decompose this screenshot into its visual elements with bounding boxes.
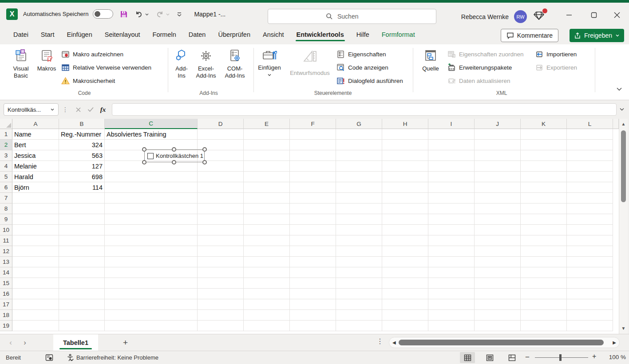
cell-K3[interactable] bbox=[521, 150, 567, 161]
cell-I11[interactable] bbox=[428, 235, 475, 246]
cell-D5[interactable] bbox=[198, 172, 244, 182]
premium-diamond-icon[interactable] bbox=[533, 10, 546, 23]
cell-A5[interactable]: Harald bbox=[12, 172, 59, 182]
cell-A9[interactable] bbox=[12, 214, 59, 225]
cell-J8[interactable] bbox=[475, 204, 521, 214]
cell-L6[interactable] bbox=[567, 182, 613, 193]
cell-I2[interactable] bbox=[428, 140, 475, 150]
addins-button[interactable]: Add- Ins bbox=[171, 47, 192, 79]
cell-C12[interactable] bbox=[105, 246, 198, 257]
resize-handle-top-left[interactable] bbox=[142, 147, 146, 152]
vertical-scroll-thumb[interactable] bbox=[621, 130, 626, 202]
undo-icon[interactable] bbox=[135, 10, 143, 19]
tab-ansicht[interactable]: Ansicht bbox=[257, 27, 290, 43]
cell-C7[interactable] bbox=[105, 193, 198, 204]
cell-I7[interactable] bbox=[428, 193, 475, 204]
scroll-right-icon[interactable]: ▶ bbox=[613, 340, 616, 345]
cell-I15[interactable] bbox=[428, 278, 475, 289]
tab-seitenlayout[interactable]: Seitenlayout bbox=[99, 27, 146, 43]
cell-I16[interactable] bbox=[428, 289, 475, 299]
cell-B11[interactable] bbox=[59, 235, 105, 246]
cell-B5[interactable]: 698 bbox=[59, 172, 105, 182]
cell-F10[interactable] bbox=[290, 225, 336, 235]
cell-K11[interactable] bbox=[521, 235, 567, 246]
cell-K9[interactable] bbox=[521, 214, 567, 225]
cell-A12[interactable] bbox=[12, 246, 59, 257]
cell-I9[interactable] bbox=[428, 214, 475, 225]
accessibility-status[interactable]: Barrierefreiheit: Keine Probleme bbox=[67, 354, 158, 361]
horizontal-scrollbar[interactable]: ◀ ▶ bbox=[389, 337, 620, 348]
cell-F6[interactable] bbox=[290, 182, 336, 193]
cell-I19[interactable] bbox=[428, 321, 475, 331]
cell-H15[interactable] bbox=[382, 278, 428, 289]
row-header-13[interactable]: 13 bbox=[0, 257, 12, 267]
cell-H14[interactable] bbox=[382, 267, 428, 278]
cell-K10[interactable] bbox=[521, 225, 567, 235]
tab-formeln[interactable]: Formeln bbox=[146, 27, 182, 43]
column-header-J[interactable]: J bbox=[475, 119, 521, 129]
cell-B2[interactable]: 324 bbox=[59, 140, 105, 150]
makros-button[interactable]: Makros bbox=[36, 47, 58, 72]
cell-B9[interactable] bbox=[59, 214, 105, 225]
column-header-G[interactable]: G bbox=[336, 119, 382, 129]
cell-K7[interactable] bbox=[521, 193, 567, 204]
cell-K15[interactable] bbox=[521, 278, 567, 289]
cell-H6[interactable] bbox=[382, 182, 428, 193]
cell-F19[interactable] bbox=[290, 321, 336, 331]
cell-D10[interactable] bbox=[198, 225, 244, 235]
cell-G14[interactable] bbox=[336, 267, 382, 278]
cell-L9[interactable] bbox=[567, 214, 613, 225]
autosave-toggle[interactable] bbox=[93, 9, 113, 19]
new-sheet-icon[interactable]: + bbox=[123, 338, 128, 348]
scroll-up-icon[interactable]: ▲ bbox=[619, 120, 628, 129]
cell-A1[interactable]: Name bbox=[12, 129, 59, 140]
cell-F18[interactable] bbox=[290, 310, 336, 321]
cell-J13[interactable] bbox=[475, 257, 521, 267]
cell-C9[interactable] bbox=[105, 214, 198, 225]
cell-B14[interactable] bbox=[59, 267, 105, 278]
cell-E6[interactable] bbox=[244, 182, 290, 193]
cell-H2[interactable] bbox=[382, 140, 428, 150]
cell-E10[interactable] bbox=[244, 225, 290, 235]
cell-C5[interactable] bbox=[105, 172, 198, 182]
cell-D18[interactable] bbox=[198, 310, 244, 321]
cell-E7[interactable] bbox=[244, 193, 290, 204]
macro-security-button[interactable]: Makrosicherheit bbox=[61, 75, 115, 86]
cell-K5[interactable] bbox=[521, 172, 567, 182]
cell-F13[interactable] bbox=[290, 257, 336, 267]
cell-F11[interactable] bbox=[290, 235, 336, 246]
cell-F1[interactable] bbox=[290, 129, 336, 140]
cell-D12[interactable] bbox=[198, 246, 244, 257]
row-header-3[interactable]: 3 bbox=[0, 150, 12, 161]
cell-J6[interactable] bbox=[475, 182, 521, 193]
cell-A14[interactable] bbox=[12, 267, 59, 278]
cell-C2[interactable] bbox=[105, 140, 198, 150]
cell-C18[interactable] bbox=[105, 310, 198, 321]
cell-E12[interactable] bbox=[244, 246, 290, 257]
cell-L15[interactable] bbox=[567, 278, 613, 289]
cell-A13[interactable] bbox=[12, 257, 59, 267]
zoom-in-icon[interactable]: + bbox=[592, 352, 596, 360]
cell-I8[interactable] bbox=[428, 204, 475, 214]
cell-A11[interactable] bbox=[12, 235, 59, 246]
cell-L14[interactable] bbox=[567, 267, 613, 278]
cell-J16[interactable] bbox=[475, 289, 521, 299]
cell-L12[interactable] bbox=[567, 246, 613, 257]
cell-B17[interactable] bbox=[59, 299, 105, 310]
cell-L18[interactable] bbox=[567, 310, 613, 321]
tab--berpr-fen[interactable]: Überprüfen bbox=[212, 27, 257, 43]
cell-H13[interactable] bbox=[382, 257, 428, 267]
cell-J9[interactable] bbox=[475, 214, 521, 225]
column-header-K[interactable]: K bbox=[521, 119, 567, 129]
column-header-F[interactable]: F bbox=[290, 119, 336, 129]
cell-A3[interactable]: Jessica bbox=[12, 150, 59, 161]
cell-G19[interactable] bbox=[336, 321, 382, 331]
cell-F5[interactable] bbox=[290, 172, 336, 182]
cell-I17[interactable] bbox=[428, 299, 475, 310]
cell-D7[interactable] bbox=[198, 193, 244, 204]
cell-D17[interactable] bbox=[198, 299, 244, 310]
row-header-5[interactable]: 5 bbox=[0, 172, 12, 182]
cell-F4[interactable] bbox=[290, 161, 336, 172]
cell-G11[interactable] bbox=[336, 235, 382, 246]
cell-E8[interactable] bbox=[244, 204, 290, 214]
